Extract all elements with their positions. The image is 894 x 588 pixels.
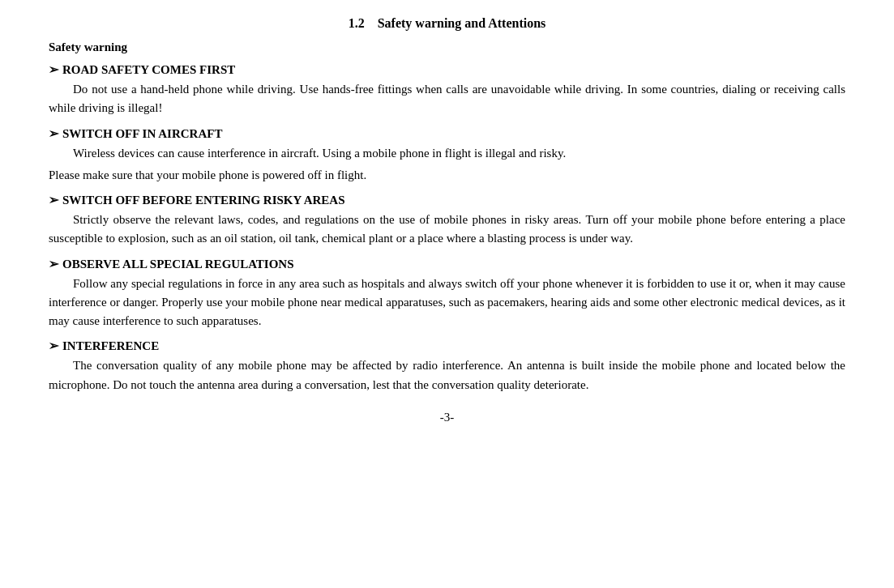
bullet-para-road-safety: Do not use a hand-held phone while drivi… bbox=[49, 80, 845, 118]
bullet-heading-regulations: ➢ OBSERVE ALL SPECIAL REGULATIONS bbox=[49, 257, 845, 271]
bullet-title-interference: INTERFERENCE bbox=[62, 339, 159, 353]
safety-warning-label: Safety warning bbox=[49, 40, 845, 54]
bullet-para-risky: Strictly observe the relevant laws, code… bbox=[49, 211, 845, 249]
bullet-title-risky: SWITCH OFF BEFORE ENTERING RISKY AREAS bbox=[62, 194, 345, 207]
bullet-title-regulations: OBSERVE ALL SPECIAL REGULATIONS bbox=[62, 258, 294, 271]
arrow-icon-aircraft: ➢ bbox=[49, 126, 59, 141]
arrow-icon-risky: ➢ bbox=[49, 193, 59, 207]
bullet-para-aircraft-2: Please make sure that your mobile phone … bbox=[49, 166, 845, 185]
bullet-para-aircraft-1: Wireless devices can cause interference … bbox=[49, 144, 845, 163]
section-heading: 1.2 Safety warning and Attentions bbox=[49, 16, 845, 31]
section-title: Safety warning and Attentions bbox=[378, 16, 546, 30]
arrow-icon-road-safety: ➢ bbox=[49, 62, 59, 77]
bullet-para-interference: The conversation quality of any mobile p… bbox=[49, 356, 845, 394]
bullet-para-regulations: Follow any special regulations in force … bbox=[49, 275, 845, 331]
bullet-heading-road-safety: ➢ ROAD SAFETY COMES FIRST bbox=[49, 62, 845, 77]
section-number: 1.2 bbox=[349, 16, 365, 30]
arrow-icon-interference: ➢ bbox=[49, 339, 59, 353]
bullet-title-aircraft: SWITCH OFF IN AIRCRAFT bbox=[62, 127, 222, 141]
bullet-heading-risky: ➢ SWITCH OFF BEFORE ENTERING RISKY AREAS bbox=[49, 193, 845, 207]
bullet-heading-interference: ➢ INTERFERENCE bbox=[49, 339, 845, 353]
bullet-title-road-safety: ROAD SAFETY COMES FIRST bbox=[62, 63, 235, 77]
arrow-icon-regulations: ➢ bbox=[49, 257, 59, 271]
page-number: -3- bbox=[49, 411, 845, 424]
bullet-heading-aircraft: ➢ SWITCH OFF IN AIRCRAFT bbox=[49, 126, 845, 141]
